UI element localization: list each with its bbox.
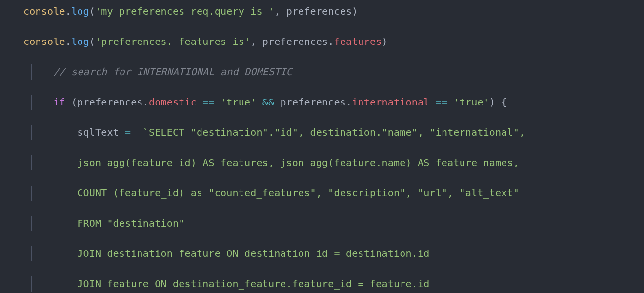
code-line: // search for INTERNATIONAL and DOMESTIC [0, 64, 644, 80]
code-editor[interactable]: console.log('my preferences req.query is… [0, 0, 644, 293]
code-line: if (preferences.domestic == 'true' && pr… [0, 95, 644, 110]
token-function: log [71, 5, 89, 17]
code-line: COUNT (feature_id) as "counted_features"… [0, 186, 644, 201]
code-line: console.log('my preferences req.query is… [0, 4, 644, 19]
code-line: sqlText = `SELECT "destination"."id", de… [0, 125, 644, 140]
token-object: console [23, 5, 65, 17]
code-line: JOIN destination_feature ON destination_… [0, 246, 644, 261]
code-line: console.log('preferences. features is', … [0, 34, 644, 49]
token-keyword: if [53, 96, 65, 108]
token-string: 'my preferences req.query is ' [95, 5, 274, 17]
token-operator: == [197, 96, 221, 108]
code-line: JOIN feature ON destination_feature.feat… [0, 276, 644, 292]
code-line: json_agg(feature_id) AS features, json_a… [0, 155, 644, 170]
token-comment: // search for INTERNATIONAL and DOMESTIC [53, 66, 292, 78]
code-line: FROM "destination" [0, 216, 644, 231]
